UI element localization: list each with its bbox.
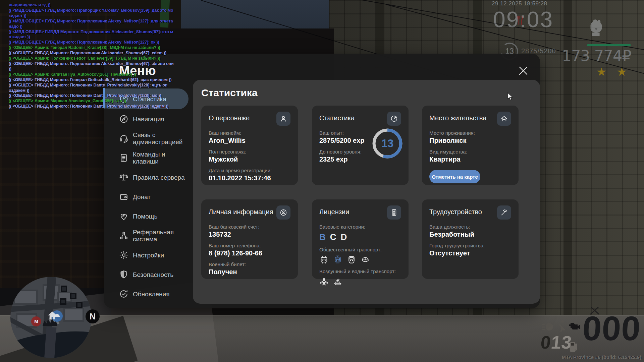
field-value: 2325 exp: [319, 156, 375, 163]
person-circle-icon: [276, 205, 290, 220]
star-icon: ★: [616, 65, 627, 78]
chat-line: (( <МВД.ОБЩЕЕ> ГУВД Мирного: Подполковни…: [9, 19, 217, 24]
chat-line: (( <ОБЩЕЕ> ГИБДД Мирного: Подполковник A…: [9, 61, 217, 67]
field-value: Aron_Willis: [209, 137, 290, 144]
server-watermark: MTA Province #6 (build: 6.12422.9): [553, 355, 641, 360]
card-fields: Ваш банковский счет:135732Ваш номер теле…: [209, 224, 290, 276]
map-blip: [60, 298, 66, 305]
chat-line: (( <ОБЩЕЕ> ГИБДД Мирного: Полковник Dant…: [9, 83, 217, 88]
shield-icon: [119, 269, 129, 280]
wanted-stars: ★★: [596, 65, 627, 78]
compass-icon: [119, 114, 129, 124]
sidebar-item-server-rules[interactable]: Правила сервера: [104, 168, 193, 187]
handshake-icon: [119, 211, 129, 221]
star-icon: ★: [596, 65, 606, 78]
license-row: [319, 255, 401, 264]
chat-line: (( <МВД.ОБЩЕЕ> ГУВД Мирного: Подполковни…: [9, 40, 217, 45]
field-label: Ваш опыт:: [319, 130, 375, 136]
chat-scrollbar[interactable]: [103, 88, 105, 108]
card-title: Статистика: [319, 114, 355, 122]
hud-clock: 09:03: [493, 7, 553, 32]
chat-line: (( <ОБЩЕЕ> Армия: Капитан Ilya_Autovozov…: [9, 72, 217, 77]
map-road: [44, 327, 57, 358]
sidebar-item-help[interactable]: Помощь: [104, 206, 193, 226]
field-value: 8 (978) 126-90-66: [209, 249, 290, 257]
card-fields: Ваш никнейм:Aron_WillisПол персонажа:Муж…: [209, 130, 290, 182]
chat-line: (( <МВД.ОБЩЕЕ> ГИБДД Мирного: Подполковн…: [9, 29, 217, 35]
speedometer: 000: [576, 309, 642, 348]
field-label: До нового уровня:: [319, 149, 375, 155]
plane-icon: [319, 277, 329, 286]
sidebar-item-referral-system[interactable]: Реферальная система: [104, 226, 193, 245]
license-row: [319, 277, 401, 286]
headlights-icon: [542, 322, 557, 332]
map-block: [63, 308, 84, 322]
sidebar-item-label: Навигация: [133, 116, 164, 123]
card-fields: Место проживания:ПриволжскВид имущества:…: [429, 130, 511, 163]
sidebar-item-settings[interactable]: Настройки: [104, 245, 193, 265]
field-label: Пол персонажа:: [209, 149, 290, 155]
sidebar-item-label: Настройки: [133, 252, 164, 259]
field-label: Город трудоустройства:: [429, 243, 511, 248]
ship-icon: [333, 277, 342, 286]
sidebar-item-label: Реферальная система: [133, 229, 186, 243]
card-fields: Ваш опыт:2875/5200 expДо нового уровня:2…: [319, 130, 375, 163]
pie-chart-icon: [387, 112, 401, 126]
chat-line: (( <ОБЩЕЕ> Армия: Маршал Anastasiya_Good…: [9, 99, 217, 104]
driver-cap-icon: [361, 255, 370, 264]
card-title: Место жительства: [429, 114, 486, 122]
card-licenses: Лицензии Базовые категории:BCDОбщественн…: [312, 199, 409, 279]
field-value: Приволжск: [429, 137, 511, 144]
house-icon: [497, 112, 511, 126]
fuel-level: 013: [540, 332, 573, 353]
field-label: Ваш никнейм:: [209, 130, 290, 136]
id-card-icon: [387, 205, 401, 220]
sidebar-item-updates[interactable]: Обновления: [104, 284, 193, 304]
card-statistics: Статистика Ваш опыт:2875/5200 expДо ново…: [312, 106, 409, 185]
map-blip: [61, 286, 67, 292]
sidebar-item-donate[interactable]: Донат: [104, 187, 193, 206]
sidebar-item-label: Донат: [133, 193, 151, 200]
level-progress-ring: 13: [370, 126, 405, 161]
sidebar-item-label: Обновления: [133, 291, 169, 298]
map-blip: [76, 302, 83, 308]
field-value: 135732: [209, 231, 290, 238]
compass-north-badge: N: [86, 309, 100, 323]
license-category-B: B: [319, 232, 326, 242]
close-icon[interactable]: [517, 65, 529, 77]
sidebar-item-label: Помощь: [133, 213, 157, 220]
field-value: 01.10.2022 15:37:46: [209, 174, 290, 182]
sidebar-item-admin-contact[interactable]: Связь с администрацией: [104, 129, 193, 148]
sidebar-item-label: Связь с администрацией: [133, 131, 186, 145]
menu-sidebar: СтатистикаНавигацияСвязь с администрацие…: [104, 88, 193, 304]
hud-money: 173 774₽: [553, 47, 631, 65]
chat-line: (( <МВД.ОБЩЕЕ> ГУВД Мирного: Прапорщик Y…: [9, 8, 217, 13]
sidebar-item-commands-keys[interactable]: Команды и клавиши: [104, 148, 193, 168]
fuel-pump-icon: [570, 341, 578, 353]
field-label: Ваша должность:: [429, 224, 511, 230]
field-label: Общественный транспорт:: [319, 247, 401, 252]
chat-line: (( <ОБЩЕЕ> ГИБДД Мирного: Подполковник A…: [9, 51, 217, 56]
mouse-cursor: [507, 93, 513, 101]
chat-line: (( <ОБЩЕЕ> Армия: Генерал Radomir_Krasiv…: [9, 45, 217, 51]
tram-icon: [333, 255, 342, 264]
headset-icon: [119, 133, 129, 143]
ring-level: 13: [370, 126, 405, 161]
sidebar-item-security[interactable]: Безопасность: [104, 265, 193, 284]
field-label: Дата и время регистрации:: [209, 168, 290, 173]
field-label: Вид имущества:: [429, 149, 511, 155]
field-value: Безработный: [429, 231, 511, 238]
sidebar-item-label: Правила сервера: [133, 174, 185, 181]
mark-on-map-button[interactable]: Отметить на карте: [429, 170, 480, 183]
field-label: Воздушный и водный транспорт:: [319, 268, 401, 274]
gear-icon: [119, 250, 129, 260]
license-category-D: D: [341, 232, 347, 242]
field-label: Место проживания:: [429, 130, 511, 136]
hud-datetime: 29.12.2025 18:59:28: [492, 0, 547, 7]
card-employment: Трудоустройство Ваша должность:Безработн…: [422, 199, 519, 279]
chat-line: (( <ОБЩЕЕ> ГИБДД Мирного: Генерал Gottsc…: [9, 77, 217, 83]
field-value: Квартира: [429, 156, 511, 163]
chat-line: (( <ОБЩЕЕ> ГИБДД Мирного: Полковник Dant…: [9, 93, 217, 99]
sidebar-item-navigation[interactable]: Навигация: [104, 109, 193, 129]
field-label: Базовые категории:: [319, 224, 401, 230]
